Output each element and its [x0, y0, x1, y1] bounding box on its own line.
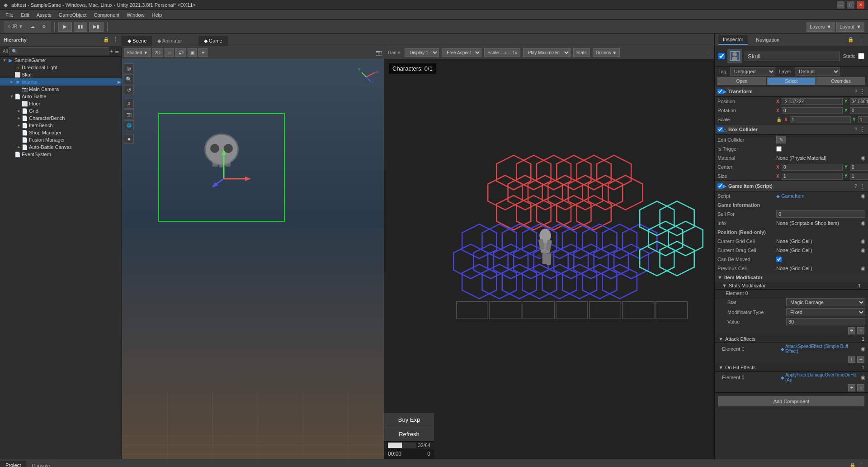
pause-button[interactable]: ▮▮: [74, 22, 87, 32]
rotation-y-field[interactable]: [850, 107, 868, 114]
transform-active[interactable]: [717, 89, 723, 94]
tree-item-canvas[interactable]: ► 📄 Auto-Battle Canvas: [0, 143, 122, 151]
scale-control[interactable]: Scale —●— 1x: [484, 48, 520, 57]
menu-edit[interactable]: Edit: [17, 11, 33, 19]
transform-dots[interactable]: ⋮: [859, 88, 865, 95]
scale-lock-icon[interactable]: 🔒: [776, 117, 782, 122]
scene-global-btn[interactable]: 🌐: [124, 120, 134, 130]
scale-y-field[interactable]: [858, 116, 868, 123]
game-item-active[interactable]: [717, 183, 723, 189]
object-active-checkbox[interactable]: [718, 53, 725, 59]
scene-gizmos-btn[interactable]: ▣: [188, 48, 197, 57]
edit-collider-button[interactable]: ✎: [776, 136, 786, 143]
game-item-dots[interactable]: ⋮: [859, 182, 865, 190]
item-mod-arrow[interactable]: ▼: [717, 275, 722, 280]
center-y[interactable]: [850, 164, 868, 171]
play-button[interactable]: ▶: [58, 22, 72, 32]
menu-file[interactable]: File: [2, 11, 17, 19]
game-item-header[interactable]: ▶ Game Item (Script) ? ⋮: [715, 181, 868, 191]
size-x[interactable]: [782, 173, 843, 180]
gizmos-button[interactable]: Gizmos ▼: [593, 48, 620, 57]
scene-zoom-btn[interactable]: 🔍: [124, 74, 134, 84]
hierarchy-list-icon[interactable]: ☰: [115, 49, 119, 54]
scene-camera-btn2[interactable]: 📷: [124, 110, 134, 119]
value-field[interactable]: [786, 318, 865, 325]
display-select[interactable]: Display 1: [405, 48, 439, 57]
close-button[interactable]: ✕: [857, 1, 864, 9]
atk-plus-btn[interactable]: +: [848, 356, 855, 363]
collider-dots[interactable]: ⋮: [859, 126, 865, 133]
game-options-icon[interactable]: ⋮: [706, 50, 711, 56]
hierarchy-add-icon[interactable]: +: [110, 48, 113, 54]
settings-button[interactable]: ⚙: [39, 22, 49, 32]
sell-for-field[interactable]: [776, 210, 865, 218]
refresh-button[interactable]: Refresh: [384, 427, 434, 442]
grid-target[interactable]: ◉: [861, 238, 865, 244]
inspector-tab-inspector[interactable]: Inspector: [718, 35, 748, 45]
stats-button[interactable]: Stats: [573, 48, 590, 57]
menu-assets[interactable]: Assets: [33, 11, 55, 19]
overrides-btn[interactable]: Overrides: [816, 77, 865, 85]
bottom-lock-icon[interactable]: 🔒: [849, 462, 856, 467]
prev-target[interactable]: ◉: [861, 265, 865, 272]
mod-type-select[interactable]: Fixed: [786, 308, 865, 316]
tree-item-fusion[interactable]: 📄 Fusion Manager: [0, 136, 122, 143]
stats-plus-btn[interactable]: +: [848, 327, 855, 334]
hit-plus-btn[interactable]: +: [848, 384, 855, 391]
tree-item-autobattle[interactable]: ▼ 📄 Auto-Battle: [0, 93, 122, 100]
script-target[interactable]: ◉: [861, 193, 865, 199]
collider-help-icon[interactable]: ?: [854, 127, 857, 132]
hit-target[interactable]: ◉: [861, 374, 865, 381]
static-checkbox[interactable]: [858, 53, 864, 59]
account-button[interactable]: ◊ JR ▼: [5, 22, 26, 32]
scene-grid-toggle[interactable]: #: [124, 99, 134, 109]
cloud-button[interactable]: ☁: [28, 22, 38, 32]
tree-item-maincamera[interactable]: 📷 Main Camera: [0, 86, 122, 93]
layout-dropdown[interactable]: Layout ▼: [836, 22, 864, 32]
menu-window[interactable]: Window: [123, 11, 148, 19]
hierarchy-lock-icon[interactable]: 🔒: [103, 37, 109, 43]
inspector-tab-navigation[interactable]: Navigation: [751, 35, 784, 44]
can-be-moved-checkbox[interactable]: [776, 257, 782, 262]
position-x-field[interactable]: [782, 98, 843, 105]
aspect-select[interactable]: Free Aspect: [442, 48, 481, 57]
tree-item-samplegame[interactable]: ▼ ▶ SampleGame*: [0, 57, 122, 64]
hierarchy-all-btn[interactable]: All: [3, 49, 8, 54]
atk-target[interactable]: ◉: [861, 346, 865, 352]
hierarchy-dots-icon[interactable]: ⋮: [113, 37, 118, 43]
maximize-button[interactable]: □: [847, 1, 854, 9]
inspector-dots-icon[interactable]: ⋮: [859, 37, 864, 43]
scene-pan-btn[interactable]: ◎: [124, 63, 134, 73]
tree-item-itembench[interactable]: ► 📄 ItemBench: [0, 122, 122, 129]
atk-element0-value[interactable]: AttackSpeedEffect (Simple Buff Effect): [785, 344, 860, 354]
scene-fx-btn[interactable]: ✦: [198, 48, 208, 57]
game-canvas[interactable]: Characters: 0/1: [384, 59, 714, 459]
inspector-lock-icon[interactable]: 🔒: [848, 37, 854, 43]
tree-item-grid[interactable]: ► 📄 Grid: [0, 107, 122, 114]
warrior-expand-icon[interactable]: ►: [117, 79, 122, 85]
position-y-field[interactable]: [850, 98, 868, 105]
stats-mod-arrow[interactable]: ▼: [722, 283, 727, 288]
game-item-help-icon[interactable]: ?: [854, 183, 857, 189]
select-btn[interactable]: Select: [767, 77, 816, 85]
play-maximized-select[interactable]: Play Maximized: [523, 48, 571, 57]
scene-snap-btn[interactable]: ◆: [124, 134, 134, 144]
transform-header[interactable]: ▶ Transform ? ⋮: [715, 86, 868, 97]
buy-exp-button[interactable]: Buy Exp: [384, 413, 434, 427]
drag-target[interactable]: ◉: [861, 247, 865, 253]
tree-item-warrior[interactable]: ► ■ Warrior ►: [0, 78, 122, 86]
scene-2d-btn[interactable]: 2D: [152, 48, 163, 57]
rotation-x-field[interactable]: [782, 107, 843, 114]
material-target-icon[interactable]: ◉: [861, 155, 865, 161]
hit-element0-value[interactable]: ApplyFixedDamageOverTimeOnHit (Ap: [785, 372, 860, 382]
tab-scene[interactable]: ◆ Scene: [122, 36, 152, 46]
scene-orbit-btn[interactable]: ↺: [124, 85, 134, 95]
info-target[interactable]: ◉: [861, 220, 865, 226]
bottom-dots-icon[interactable]: ⋮: [859, 462, 864, 467]
layers-dropdown[interactable]: Layers ▼: [807, 22, 835, 32]
minimize-button[interactable]: —: [837, 1, 844, 9]
tree-item-skull[interactable]: ⬜ Skull: [0, 71, 122, 78]
tree-item-shopmanager[interactable]: 📄 Shop Manager: [0, 129, 122, 136]
scene-audio-btn[interactable]: 🔊: [175, 48, 186, 57]
scene-shaded-btn[interactable]: Shaded ▼: [124, 48, 151, 57]
